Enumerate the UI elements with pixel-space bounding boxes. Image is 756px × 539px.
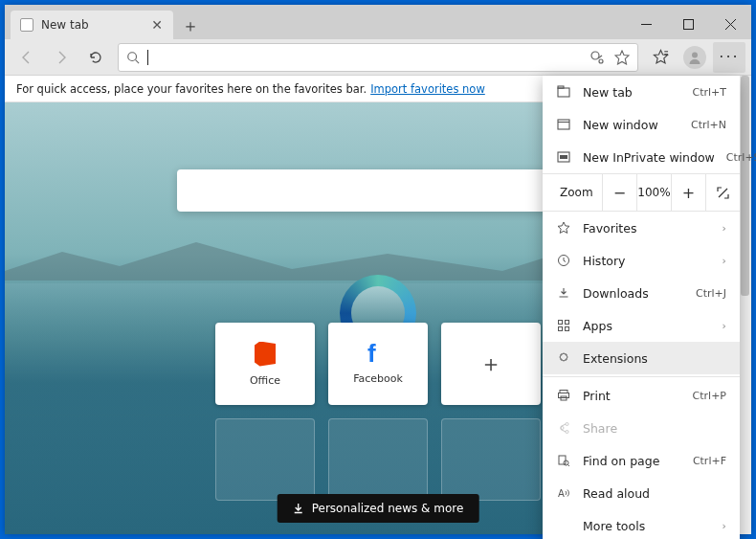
tile-add[interactable]: ＋ — [441, 323, 541, 405]
menu-apps[interactable]: Apps › — [543, 309, 740, 342]
svg-line-29 — [568, 465, 570, 467]
window-close-button[interactable] — [709, 9, 751, 39]
settings-menu-button[interactable]: ··· — [713, 42, 745, 73]
svg-rect-23 — [566, 327, 569, 331]
tile-label: Facebook — [353, 372, 403, 385]
zoom-out-button[interactable]: − — [602, 174, 636, 211]
menu-new-inprivate[interactable]: New InPrivate window Ctrl+Shift+N — [543, 141, 740, 173]
extensions-icon — [556, 350, 571, 366]
svg-rect-25 — [559, 393, 569, 398]
svg-point-4 — [128, 52, 137, 60]
toolbar: ··· — [5, 39, 751, 76]
history-icon — [556, 253, 571, 268]
menu-print[interactable]: Print Ctrl+P — [543, 379, 740, 412]
avatar-icon — [683, 46, 706, 69]
svg-rect-20 — [559, 321, 563, 325]
menu-downloads[interactable]: Downloads Ctrl+J — [543, 277, 740, 309]
tile-facebook[interactable]: f Facebook — [328, 323, 428, 405]
new-window-icon — [556, 117, 571, 132]
settings-menu: New tab Ctrl+T New window Ctrl+N New InP… — [543, 76, 740, 539]
tile-label: Office — [250, 374, 280, 387]
office-icon — [255, 342, 276, 367]
tile-empty[interactable] — [441, 418, 541, 501]
personalized-news-button[interactable]: Personalized news & more — [278, 494, 479, 523]
svg-text:A: A — [558, 488, 565, 499]
favorites-toolbar-button[interactable] — [644, 42, 677, 73]
tab-close-button[interactable]: ✕ — [150, 18, 164, 32]
vertical-scrollbar[interactable] — [738, 76, 751, 534]
forward-button[interactable] — [45, 42, 78, 73]
window-maximize-button[interactable] — [667, 9, 709, 39]
zoom-label: Zoom — [543, 186, 602, 199]
page-search-box[interactable] — [177, 169, 579, 212]
svg-point-7 — [599, 59, 603, 63]
zoom-percent: 100% — [636, 174, 671, 211]
browser-window: New tab ✕ ＋ — [5, 5, 751, 534]
apps-icon — [556, 318, 571, 333]
favorite-star-icon[interactable] — [614, 50, 630, 65]
address-right-icons — [589, 50, 630, 65]
chevron-right-icon: › — [723, 520, 726, 532]
menu-favorites[interactable]: Favorites › — [543, 212, 740, 244]
window-minimize-button[interactable] — [625, 9, 667, 39]
menu-find[interactable]: Find on page Ctrl+F — [543, 444, 740, 477]
scrollbar-thumb[interactable] — [741, 76, 749, 296]
favorites-hint-text: For quick access, place your favorites h… — [16, 82, 367, 96]
refresh-button[interactable] — [79, 42, 112, 73]
text-cursor — [147, 50, 148, 65]
shopping-icon[interactable] — [589, 50, 605, 65]
svg-rect-1 — [683, 19, 693, 29]
new-tab-button[interactable]: ＋ — [177, 12, 204, 39]
menu-separator — [543, 376, 740, 377]
tab-favicon — [20, 18, 33, 32]
profile-button[interactable] — [678, 42, 711, 73]
svg-rect-18 — [560, 155, 567, 159]
address-input[interactable] — [156, 50, 582, 64]
download-icon — [556, 285, 571, 301]
svg-rect-14 — [558, 86, 564, 88]
svg-rect-27 — [559, 456, 566, 464]
menu-new-tab[interactable]: New tab Ctrl+T — [543, 76, 740, 108]
zoom-in-button[interactable]: + — [671, 174, 705, 211]
svg-rect-21 — [566, 321, 569, 325]
tab-title: New tab — [41, 18, 143, 32]
chevron-right-icon: › — [723, 222, 726, 235]
svg-rect-13 — [558, 88, 569, 97]
tab-newtab[interactable]: New tab ✕ — [11, 11, 173, 39]
new-tab-icon — [556, 84, 571, 100]
star-icon — [556, 220, 571, 236]
menu-read-aloud[interactable]: A Read aloud — [543, 477, 740, 509]
inprivate-icon — [556, 149, 571, 165]
menu-extensions[interactable]: Extensions — [543, 342, 740, 374]
svg-line-5 — [136, 59, 140, 63]
import-favorites-link[interactable]: Import favorites now — [370, 82, 485, 96]
tile-office[interactable]: Office — [215, 323, 315, 405]
titlebar: New tab ✕ ＋ — [5, 5, 751, 39]
find-icon — [556, 453, 571, 468]
tile-empty[interactable] — [328, 418, 428, 501]
share-icon — [556, 420, 571, 436]
svg-rect-15 — [558, 120, 569, 129]
menu-zoom-row: Zoom − 100% + — [543, 173, 740, 212]
menu-share: Share — [543, 412, 740, 444]
window-controls — [625, 9, 751, 39]
menu-history[interactable]: History › — [543, 244, 740, 277]
chevron-right-icon: › — [723, 255, 726, 267]
fullscreen-button[interactable] — [705, 174, 740, 211]
tile-empty[interactable] — [215, 418, 315, 501]
news-button-label: Personalized news & more — [312, 502, 464, 515]
quick-links-grid: Office f Facebook ＋ — [215, 323, 541, 501]
tabstrip: New tab ✕ ＋ — [5, 5, 625, 39]
plus-icon: ＋ — [479, 348, 502, 379]
svg-rect-22 — [559, 327, 563, 331]
read-aloud-icon: A — [556, 485, 571, 501]
svg-point-10 — [692, 52, 698, 57]
facebook-icon: f — [367, 344, 389, 365]
chevron-right-icon: › — [723, 320, 726, 332]
search-icon — [126, 51, 140, 64]
menu-new-window[interactable]: New window Ctrl+N — [543, 108, 740, 141]
menu-more-tools[interactable]: More tools › — [543, 509, 740, 539]
svg-point-6 — [591, 52, 599, 59]
back-button[interactable] — [11, 42, 43, 73]
address-bar[interactable] — [118, 43, 638, 72]
